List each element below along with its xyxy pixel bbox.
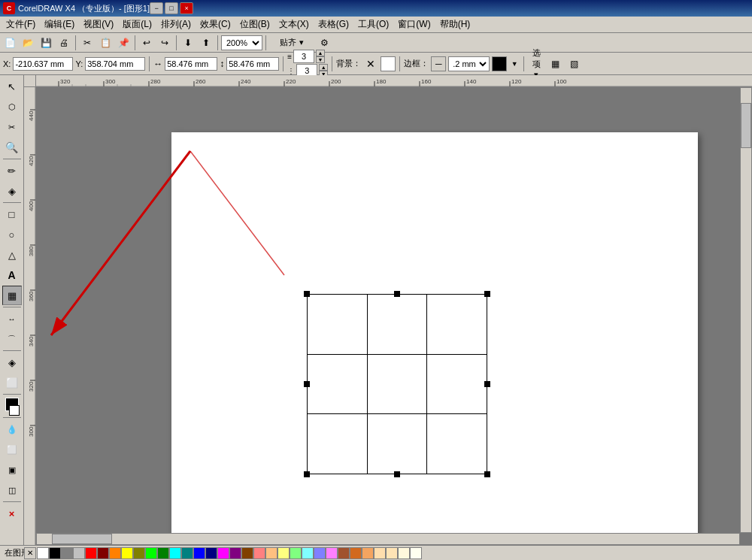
- y-input[interactable]: [85, 57, 145, 71]
- table-tool-button[interactable]: ▦: [2, 286, 22, 305]
- color-navy[interactable]: [205, 547, 217, 559]
- handle-bl[interactable]: [304, 471, 310, 477]
- cols-down[interactable]: ▼: [316, 56, 325, 63]
- handle-bm[interactable]: [394, 471, 400, 477]
- color-ivory[interactable]: [410, 547, 422, 559]
- menu-item-X[interactable]: 文本(X): [274, 17, 314, 32]
- zoom-select[interactable]: 200% 100% 150% 50%: [221, 35, 262, 50]
- color-pink[interactable]: [253, 547, 265, 559]
- snap-button[interactable]: 贴齐 ▾: [269, 35, 314, 51]
- color-cornsilk[interactable]: [398, 547, 410, 559]
- cut-button[interactable]: ✂: [79, 35, 96, 51]
- handle-br[interactable]: [484, 471, 490, 477]
- border-style-button[interactable]: ─: [431, 56, 446, 71]
- menu-item-O[interactable]: 工具(O): [353, 17, 393, 32]
- color-sienna[interactable]: [338, 547, 350, 559]
- color-moccasin[interactable]: [386, 547, 398, 559]
- grid-object[interactable]: [307, 294, 487, 474]
- menu-item-H[interactable]: 帮助(H): [435, 17, 475, 32]
- blend-tool-button[interactable]: ◫: [2, 480, 22, 500]
- new-button[interactable]: 📄: [2, 35, 18, 51]
- color-orange[interactable]: [109, 547, 121, 559]
- handle-mr[interactable]: [484, 381, 490, 387]
- color-blue[interactable]: [193, 547, 205, 559]
- color-lightcyan[interactable]: [302, 547, 314, 559]
- menu-item-G[interactable]: 表格(G): [314, 17, 353, 32]
- menu-item-V[interactable]: 视图(V): [79, 17, 118, 32]
- color-purple[interactable]: [229, 547, 241, 559]
- options-button2[interactable]: 选项 ▾: [528, 56, 544, 72]
- color-sandy[interactable]: [362, 547, 374, 559]
- undo-button[interactable]: ↩: [138, 35, 155, 51]
- scrollbar-h-thumb[interactable]: [52, 534, 112, 544]
- eyedropper-button[interactable]: 💧: [2, 419, 22, 439]
- border-color-button[interactable]: [492, 56, 507, 71]
- tb-icon1[interactable]: ▦: [547, 56, 563, 72]
- bg-x-button[interactable]: ✕: [363, 56, 378, 71]
- print-button[interactable]: 🖨: [56, 35, 72, 51]
- close-panel-button[interactable]: ×: [2, 504, 22, 523]
- menu-item-F[interactable]: 文件(F): [2, 17, 40, 32]
- no-color-swatch[interactable]: ✕: [24, 547, 36, 559]
- handle-ml[interactable]: [304, 381, 310, 387]
- crop-tool-button[interactable]: ✂: [2, 117, 22, 137]
- freehand-tool-button[interactable]: ✏: [2, 161, 22, 180]
- select-tool-button[interactable]: ↖: [2, 77, 22, 96]
- eraser-button[interactable]: ⬜: [2, 440, 22, 459]
- scrollbar-vertical[interactable]: [740, 87, 752, 533]
- zoom-tool-button[interactable]: 🔍: [2, 138, 22, 157]
- color-yellow[interactable]: [121, 547, 133, 559]
- color-peach[interactable]: [265, 547, 277, 559]
- cols-spinner[interactable]: ▲ ▼: [316, 50, 325, 63]
- color-lightmagenta[interactable]: [326, 547, 338, 559]
- smart-fill-button[interactable]: ◈: [2, 181, 22, 201]
- connector-tool-button[interactable]: ⌒: [2, 329, 22, 349]
- color-teal[interactable]: [181, 547, 193, 559]
- outline-tool-button[interactable]: ⬜: [2, 373, 22, 392]
- color-red[interactable]: [85, 547, 97, 559]
- color-chocolate[interactable]: [350, 547, 362, 559]
- color-magenta[interactable]: [217, 547, 229, 559]
- color-olive[interactable]: [133, 547, 145, 559]
- color-green[interactable]: [157, 547, 169, 559]
- copy-button[interactable]: 📋: [97, 35, 114, 51]
- x-input[interactable]: [13, 57, 73, 71]
- color-darkred[interactable]: [97, 547, 109, 559]
- menu-item-W[interactable]: 窗口(W): [393, 17, 435, 32]
- color-lightblue[interactable]: [314, 547, 326, 559]
- menu-item-A[interactable]: 排列(A): [156, 17, 196, 32]
- border-dropdown[interactable]: ▼: [509, 56, 520, 72]
- save-button[interactable]: 💾: [38, 35, 54, 51]
- color-lightgreen[interactable]: [290, 547, 302, 559]
- shape-tool-button[interactable]: ⬡: [2, 97, 22, 117]
- rectangle-tool-button[interactable]: □: [2, 204, 22, 224]
- color-silver[interactable]: [73, 547, 85, 559]
- height-input[interactable]: [226, 57, 279, 71]
- maximize-button[interactable]: □: [165, 2, 178, 14]
- handle-tm[interactable]: [394, 291, 400, 297]
- tb-icon2[interactable]: ▧: [566, 56, 582, 72]
- color-lightyellow[interactable]: [277, 547, 290, 559]
- color-cyan[interactable]: [169, 547, 181, 559]
- paste-button[interactable]: 📌: [115, 35, 132, 51]
- close-button[interactable]: ×: [180, 2, 193, 14]
- options-button[interactable]: ⚙: [316, 35, 332, 51]
- color-wheat[interactable]: [374, 547, 386, 559]
- bg-color-button[interactable]: [381, 56, 396, 71]
- handle-tr[interactable]: [484, 291, 490, 297]
- border-width-select[interactable]: .2 mm .5 mm 1 mm: [448, 56, 490, 71]
- minimize-button[interactable]: −: [150, 2, 163, 14]
- menu-item-C[interactable]: 效果(C): [196, 17, 235, 32]
- ellipse-tool-button[interactable]: ○: [2, 225, 22, 244]
- scrollbar-v-thumb[interactable]: [741, 103, 751, 148]
- menu-item-E[interactable]: 编辑(E): [40, 17, 79, 32]
- background-swatch[interactable]: [9, 405, 20, 416]
- export-button[interactable]: ⬆: [198, 35, 214, 51]
- handle-tl[interactable]: [304, 291, 310, 297]
- color-white[interactable]: [37, 547, 49, 559]
- color-black[interactable]: [49, 547, 61, 559]
- color-brown[interactable]: [241, 547, 253, 559]
- menu-item-B[interactable]: 位图(B): [235, 17, 274, 32]
- color-gray[interactable]: [61, 547, 73, 559]
- fill-tool-button[interactable]: ◈: [2, 353, 22, 372]
